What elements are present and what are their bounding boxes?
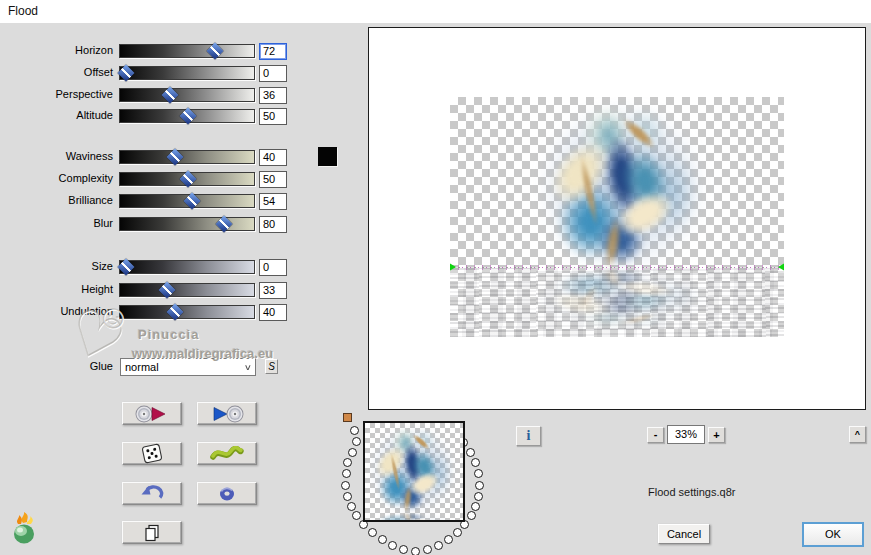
slider-value-perspective[interactable]: 36 — [259, 87, 287, 104]
memory-dot[interactable] — [368, 528, 377, 537]
memory-dot[interactable] — [467, 511, 476, 520]
slider-label-offset: Offset — [0, 66, 113, 78]
info-button[interactable]: i — [516, 426, 541, 446]
preview-panel — [368, 27, 866, 410]
slider-track-blur[interactable] — [119, 217, 255, 231]
memory-dot[interactable] — [378, 535, 387, 544]
preview-image[interactable] — [450, 97, 784, 337]
squiggle-icon — [210, 446, 244, 462]
cd-play-icon — [134, 404, 170, 424]
memory-dot[interactable] — [352, 437, 361, 446]
watermark-url: www.maldiregrafica.eu — [132, 346, 273, 361]
wave-preset-button[interactable] — [197, 442, 257, 465]
memory-dot[interactable] — [423, 545, 432, 554]
memory-dot[interactable] — [342, 469, 351, 478]
slider-label-size: Size — [0, 260, 113, 272]
memory-dot[interactable] — [341, 481, 350, 490]
memory-dot[interactable] — [347, 502, 356, 511]
slider-track-offset[interactable] — [119, 66, 255, 80]
slider-track-perspective[interactable] — [119, 88, 255, 102]
save-settings-button[interactable] — [197, 402, 257, 425]
slider-label-complexity: Complexity — [0, 172, 113, 184]
randomize-button[interactable] — [122, 442, 182, 465]
slider-label-perspective: Perspective — [0, 88, 113, 100]
water-reflection — [450, 268, 784, 337]
memory-dot[interactable] — [411, 547, 420, 555]
slider-value-undulation[interactable]: 40 — [259, 304, 287, 321]
memory-dot[interactable] — [388, 541, 397, 550]
watermark-name: Pinuccia — [138, 327, 199, 342]
slider-label-height: Height — [0, 283, 113, 295]
dialog-title: Flood — [8, 4, 38, 18]
slider-track-waviness[interactable] — [119, 150, 255, 164]
memory-dot[interactable] — [453, 528, 462, 537]
title-bar: Flood — [0, 0, 871, 23]
flower-reflection — [363, 498, 465, 522]
preview-thumbnail[interactable] — [363, 421, 465, 522]
slider-value-brilliance[interactable]: 54 — [259, 193, 287, 210]
slider-track-undulation[interactable] — [119, 305, 255, 319]
memory-dot[interactable] — [475, 481, 484, 490]
slider-track-horizon[interactable] — [119, 44, 255, 58]
horizon-line[interactable] — [450, 265, 784, 270]
slider-label-horizon: Horizon — [0, 44, 113, 56]
glue-value: normal — [125, 361, 159, 373]
slider-label-altitude: Altitude — [0, 109, 113, 121]
load-settings-button[interactable] — [122, 402, 182, 425]
memory-dot[interactable] — [434, 541, 443, 550]
memory-dot[interactable] — [466, 448, 475, 457]
ring-button[interactable] — [197, 482, 257, 505]
memory-dot[interactable] — [471, 458, 480, 467]
memory-dot[interactable] — [343, 458, 352, 467]
memory-dot[interactable] — [343, 492, 352, 501]
slider-value-blur[interactable]: 80 — [259, 216, 287, 233]
cancel-button[interactable]: Cancel — [658, 524, 710, 544]
slider-value-height[interactable]: 33 — [259, 282, 287, 299]
memory-dot[interactable] — [350, 426, 359, 435]
watermark-smiley: ☺ — [92, 294, 134, 339]
chevron-down-icon: ∨ — [244, 363, 252, 372]
memory-dot[interactable] — [471, 502, 480, 511]
copy-settings-button[interactable] — [122, 521, 182, 544]
zoom-out-button[interactable]: - — [647, 427, 664, 443]
settings-filename: Flood settings.q8r — [648, 486, 735, 498]
memory-dot[interactable] — [474, 492, 483, 501]
undo-arrow-icon — [140, 485, 164, 502]
slider-value-size[interactable]: 0 — [259, 259, 287, 276]
slider-label-waviness: Waviness — [0, 150, 113, 162]
glue-s-button[interactable]: S — [265, 359, 278, 374]
slider-label-brilliance: Brilliance — [0, 194, 113, 206]
horizon-right-marker[interactable] — [778, 263, 784, 271]
memory-dot[interactable] — [444, 535, 453, 544]
flaming-pear-logo — [10, 512, 44, 548]
donut-icon — [217, 485, 237, 503]
slider-value-offset[interactable]: 0 — [259, 65, 287, 82]
slider-value-horizon[interactable]: 72 — [259, 43, 287, 60]
undo-button[interactable] — [122, 482, 182, 505]
scroll-up-button[interactable]: ^ — [849, 426, 866, 443]
dice-icon — [141, 443, 163, 464]
horizon-left-marker[interactable] — [450, 263, 456, 271]
slider-value-complexity[interactable]: 50 — [259, 171, 287, 188]
slider-track-height[interactable] — [119, 283, 255, 297]
zoom-level: 33% — [667, 425, 705, 444]
slider-label-blur: Blur — [0, 217, 113, 229]
color-swatch[interactable] — [318, 147, 337, 166]
play-cd-icon — [209, 404, 245, 424]
ok-button[interactable]: OK — [802, 522, 864, 547]
info-icon: i — [527, 428, 531, 443]
zoom-in-button[interactable]: + — [708, 427, 725, 443]
pages-icon — [143, 524, 161, 542]
memory-dot[interactable] — [474, 469, 483, 478]
memory-dot[interactable] — [348, 448, 357, 457]
slider-track-size[interactable] — [119, 260, 255, 274]
current-dot-marker — [343, 413, 352, 422]
memory-dot[interactable] — [399, 545, 408, 554]
memory-dot[interactable] — [352, 511, 361, 520]
slider-value-waviness[interactable]: 40 — [259, 149, 287, 166]
slider-value-altitude[interactable]: 50 — [259, 108, 287, 125]
